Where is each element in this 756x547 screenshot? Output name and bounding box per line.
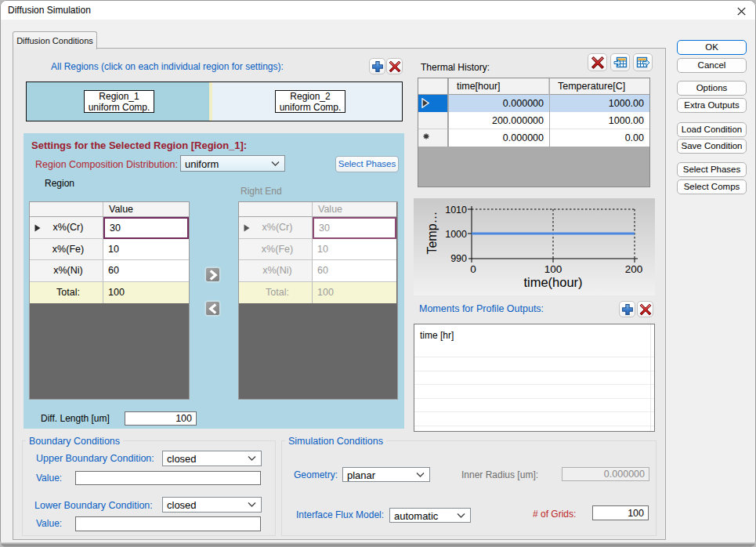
svg-text:1000: 1000 (445, 229, 467, 240)
svg-text:100: 100 (544, 263, 562, 275)
svg-text:1010: 1010 (445, 205, 467, 216)
svg-text:time(hour): time(hour) (523, 275, 582, 289)
svg-text:990: 990 (450, 253, 467, 264)
svg-text:200: 200 (625, 263, 643, 275)
svg-text:Temp…: Temp… (425, 211, 439, 254)
svg-text:0: 0 (470, 263, 476, 275)
